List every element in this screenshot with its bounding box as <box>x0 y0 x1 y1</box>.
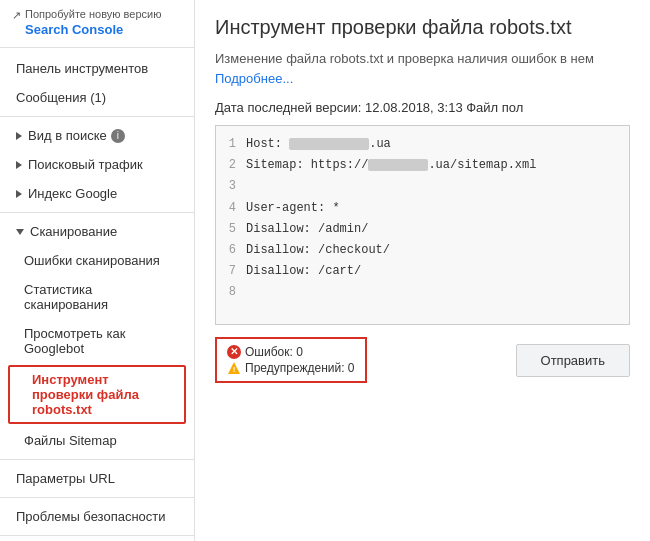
caret-icon-crawl <box>16 229 24 235</box>
code-line-3: 3 <box>216 176 629 197</box>
status-box: ✕ Ошибок: 0 ! Предупреждений: 0 <box>215 337 367 383</box>
code-line-8: 8 <box>216 282 629 303</box>
line-num-7: 7 <box>216 262 246 281</box>
line-num-3: 3 <box>216 177 246 196</box>
sidebar-navigation: Панель инструментов Сообщения (1) Вид в … <box>0 48 194 541</box>
code-line-5: 5 Disallow: /admin/ <box>216 219 629 240</box>
external-link-icon: ↗ <box>12 9 21 22</box>
sidebar-item-url-params[interactable]: Параметры URL <box>0 464 194 493</box>
line-num-6: 6 <box>216 241 246 260</box>
robots-code-area[interactable]: 1 Host: .ua 2 Sitemap: https:// .ua/site… <box>215 125 630 325</box>
sidebar: ↗ Попробуйте новую версию Search Console… <box>0 0 195 541</box>
code-line-1: 1 Host: .ua <box>216 134 629 155</box>
line-num-4: 4 <box>216 199 246 218</box>
submit-button[interactable]: Отправить <box>516 344 630 377</box>
nav-divider-2 <box>0 212 194 213</box>
code-line-7: 7 Disallow: /cart/ <box>216 261 629 282</box>
line-content-5: Disallow: /admin/ <box>246 220 368 239</box>
nav-divider-3 <box>0 459 194 460</box>
sidebar-item-fetch-as-google[interactable]: Просмотреть как Googlebot <box>0 319 194 363</box>
page-title: Инструмент проверки файла robots.txt <box>215 16 630 39</box>
nav-divider-5 <box>0 535 194 536</box>
description: Изменение файла robots.txt и проверка на… <box>215 49 630 88</box>
line-content-4: User-agent: * <box>246 199 340 218</box>
sidebar-top: ↗ Попробуйте новую версию Search Console <box>0 0 194 48</box>
sidebar-item-search-traffic[interactable]: Поисковый трафик <box>0 150 194 179</box>
line-num-8: 8 <box>216 283 246 302</box>
line-content-1: Host: .ua <box>246 135 391 154</box>
line-num-5: 5 <box>216 220 246 239</box>
code-line-6: 6 Disallow: /checkout/ <box>216 240 629 261</box>
nav-divider-1 <box>0 116 194 117</box>
brand-link[interactable]: Search Console <box>25 22 161 37</box>
redacted-host <box>289 138 369 150</box>
caret-icon-traffic <box>16 161 22 169</box>
sidebar-item-search-view[interactable]: Вид в поиске i <box>0 121 194 150</box>
info-icon[interactable]: i <box>111 129 125 143</box>
sidebar-item-crawl[interactable]: Сканирование <box>0 217 194 246</box>
sidebar-item-google-index[interactable]: Индекс Google <box>0 179 194 208</box>
sidebar-item-sitemaps[interactable]: Файлы Sitemap <box>0 426 194 455</box>
try-new-text: Попробуйте новую версию <box>25 8 161 20</box>
caret-icon <box>16 132 22 140</box>
line-num-1: 1 <box>216 135 246 154</box>
error-icon: ✕ <box>227 345 241 359</box>
code-line-2: 2 Sitemap: https:// .ua/sitemap.xml <box>216 155 629 176</box>
sidebar-item-panel[interactable]: Панель инструментов <box>0 54 194 83</box>
description-text: Изменение файла robots.txt и проверка на… <box>215 51 594 66</box>
line-content-7: Disallow: /cart/ <box>246 262 361 281</box>
code-line-4: 4 User-agent: * <box>216 198 629 219</box>
more-link[interactable]: Подробнее... <box>215 71 293 86</box>
warning-icon-container: ! <box>227 361 241 375</box>
sidebar-item-crawl-stats[interactable]: Статистика сканирования <box>0 275 194 319</box>
svg-text:!: ! <box>233 365 236 374</box>
warning-triangle-icon: ! <box>227 361 241 375</box>
warnings-status-line: ! Предупреждений: 0 <box>227 361 355 375</box>
redacted-sitemap <box>368 159 428 171</box>
sidebar-item-crawl-errors[interactable]: Ошибки сканирования <box>0 246 194 275</box>
try-new-banner: ↗ Попробуйте новую версию Search Console <box>12 8 182 37</box>
errors-label: Ошибок: 0 <box>245 345 303 359</box>
sidebar-item-messages[interactable]: Сообщения (1) <box>0 83 194 112</box>
main-content: Инструмент проверки файла robots.txt Изм… <box>195 0 650 541</box>
date-info: Дата последней версии: 12.08.2018, 3:13 … <box>215 100 630 115</box>
sidebar-item-security[interactable]: Проблемы безопасности <box>0 502 194 531</box>
line-num-2: 2 <box>216 156 246 175</box>
caret-icon-index <box>16 190 22 198</box>
line-content-2: Sitemap: https:// .ua/sitemap.xml <box>246 156 536 175</box>
bottom-bar: ✕ Ошибок: 0 ! Предупреждений: 0 Отправит… <box>215 337 630 383</box>
errors-status-line: ✕ Ошибок: 0 <box>227 345 355 359</box>
nav-divider-4 <box>0 497 194 498</box>
warnings-label: Предупреждений: 0 <box>245 361 355 375</box>
sidebar-item-robots-checker[interactable]: Инструмент проверки файла robots.txt <box>8 365 186 424</box>
line-content-6: Disallow: /checkout/ <box>246 241 390 260</box>
